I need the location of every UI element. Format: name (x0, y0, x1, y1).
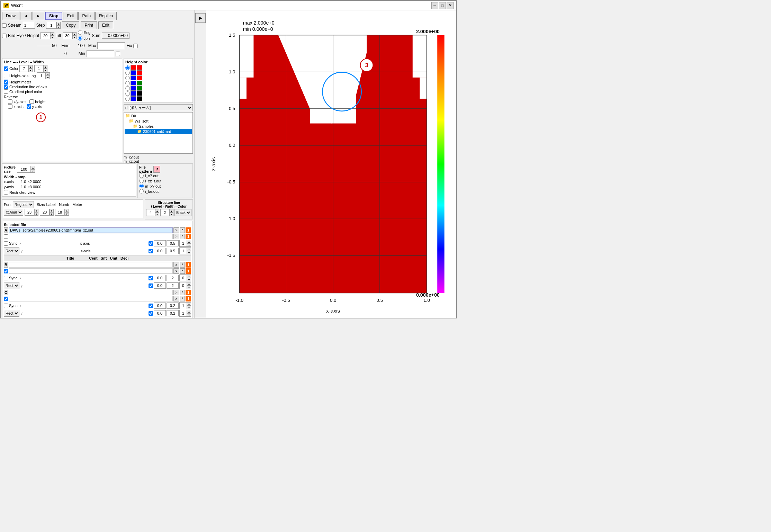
hal-down[interactable]: ▼ (46, 76, 50, 79)
hc-radio-4[interactable] (125, 81, 130, 85)
color-val2-input[interactable] (34, 65, 43, 72)
y-spin-c[interactable] (179, 310, 187, 317)
rect-select-b[interactable]: Rect (4, 282, 19, 289)
y-val1-a[interactable] (154, 248, 166, 254)
x-val1-c[interactable] (154, 303, 166, 309)
min-fix-checkbox[interactable] (116, 52, 120, 56)
height-axis-log-input[interactable] (37, 72, 46, 79)
meter-input[interactable] (55, 209, 65, 216)
sf-btn-ast-c2[interactable]: * (180, 296, 185, 301)
x-axis-checkbox[interactable] (8, 104, 12, 109)
sf-checkbox-c2[interactable] (4, 297, 8, 301)
x-check-c[interactable] (149, 304, 153, 308)
hc-swatch1-6[interactable] (131, 91, 136, 96)
sf-btn-gt-a[interactable]: > (173, 227, 179, 233)
sf-btn-gt-a2[interactable]: > (173, 234, 179, 239)
sync-checkbox-c[interactable] (4, 304, 8, 308)
color-val2-down[interactable]: ▼ (43, 69, 47, 72)
hc-swatch2-7[interactable] (137, 96, 142, 101)
y-val2-b[interactable] (167, 282, 179, 289)
minimize-button[interactable]: ─ (431, 2, 438, 9)
sf-btn-gt-b2[interactable]: > (173, 268, 179, 274)
eng-radio[interactable] (78, 30, 82, 35)
height-rev-checkbox[interactable] (29, 99, 34, 104)
x-spin-a[interactable] (179, 240, 187, 247)
hc-radio-7[interactable] (125, 97, 130, 101)
y-val2-c[interactable] (167, 310, 179, 316)
x-val2-c[interactable] (167, 303, 179, 309)
hc-radio-5[interactable] (125, 86, 130, 91)
hc-radio-3[interactable] (125, 76, 130, 80)
height-axis-log-checkbox[interactable] (4, 74, 8, 78)
y-val1-b[interactable] (154, 282, 166, 289)
color-up[interactable]: ▲ (28, 65, 33, 69)
min-input[interactable]: 0.000e+00 (87, 50, 114, 57)
y-axis-checkbox[interactable] (27, 104, 31, 109)
jpn-radio[interactable] (78, 36, 82, 40)
hc-swatch1-3[interactable] (131, 75, 136, 80)
x-val2-b[interactable] (167, 275, 179, 281)
picture-size-input[interactable] (17, 166, 31, 173)
hc-swatch2-3[interactable] (137, 75, 142, 80)
exit-button[interactable]: Exit (63, 12, 78, 20)
max-input[interactable]: 2.000e+00 (97, 42, 125, 49)
height-down[interactable]: ▼ (50, 36, 54, 39)
prev-button[interactable]: ◄ (20, 12, 32, 20)
bird-eye-checkbox[interactable] (2, 34, 7, 38)
x-val1-a[interactable] (154, 240, 166, 246)
sl-color-select[interactable]: Black (174, 209, 191, 216)
sf-btn-gt-b[interactable]: > (173, 262, 179, 268)
rect-select-c[interactable]: Rect (4, 310, 19, 317)
y-val1-c[interactable] (154, 310, 166, 316)
ps-up[interactable]: ▲ (31, 166, 35, 169)
y-check-c[interactable] (149, 311, 153, 316)
hc-radio-2[interactable] (125, 71, 130, 75)
x-check-b[interactable] (149, 276, 153, 280)
y-check-a[interactable] (149, 249, 153, 253)
tilt-input[interactable] (63, 32, 72, 39)
tree-item-230601[interactable]: 📁 230601-cnt&mnt (125, 129, 192, 134)
color-checkbox[interactable] (4, 66, 8, 71)
hc-radio-1[interactable] (125, 65, 130, 70)
stop-button[interactable]: Stop (45, 12, 63, 20)
path-button[interactable]: Path (78, 12, 95, 20)
sf-checkbox-a2[interactable] (4, 234, 8, 239)
tree-item-wssoft[interactable]: 📁 Ws_soft (125, 118, 192, 124)
hc-radio-6[interactable] (125, 91, 130, 96)
rect-select-a[interactable]: Rect (4, 247, 19, 254)
tilt-up[interactable]: ▲ (72, 32, 77, 36)
copy-button[interactable]: Copy (62, 21, 79, 29)
pattern-ix-radio[interactable] (139, 173, 144, 178)
pattern-ixz-radio[interactable] (139, 179, 144, 183)
hc-swatch2-6[interactable] (137, 91, 142, 96)
gradient-pixel-checkbox[interactable] (4, 89, 8, 94)
hc-swatch1-7[interactable] (131, 96, 136, 101)
sf-btn-ast-a2[interactable]: * (180, 234, 185, 239)
pattern-mx-radio[interactable] (139, 184, 144, 188)
label-input[interactable] (40, 209, 50, 216)
max-fix-checkbox[interactable] (133, 44, 138, 48)
y-check-b[interactable] (149, 283, 153, 288)
hc-swatch1-2[interactable] (131, 70, 136, 75)
sf-checkbox-b2[interactable] (4, 269, 8, 273)
y-val2-a[interactable] (167, 248, 179, 254)
stream-input[interactable] (23, 22, 35, 29)
file-tree[interactable]: 📁 D¥ 📁 Ws_soft 📁 Samples 📁 (124, 112, 193, 154)
sf-btn-ast-b2[interactable]: * (180, 268, 185, 274)
size-input[interactable] (25, 209, 34, 216)
tree-item-samples[interactable]: 📁 Samples (125, 124, 192, 129)
y-spin-a[interactable] (179, 247, 187, 254)
edit-button[interactable]: Edit (98, 21, 113, 29)
step-up[interactable]: ▲ (56, 22, 61, 25)
restricted-view-checkbox[interactable] (4, 190, 8, 195)
ps-down[interactable]: ▼ (31, 169, 35, 173)
sf-btn-ast-a[interactable]: * (180, 227, 185, 233)
hc-swatch2-4[interactable] (137, 81, 142, 85)
x-spin-c[interactable] (179, 302, 187, 309)
height-up[interactable]: ▲ (50, 32, 54, 36)
volume-dropdown[interactable]: d: [ボリューム] (124, 104, 193, 111)
title-bar-controls[interactable]: ─ □ ✕ (431, 2, 454, 9)
hc-swatch2-1[interactable] (137, 65, 142, 70)
hc-swatch1-4[interactable] (131, 81, 136, 85)
y-spin-b[interactable] (179, 282, 187, 289)
